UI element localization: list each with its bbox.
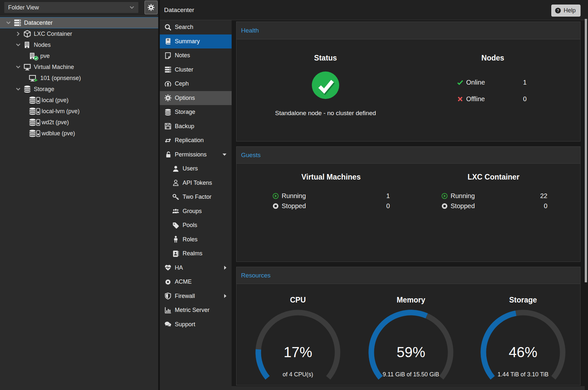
online-label: Online — [466, 79, 485, 86]
memory-title: Memory — [360, 296, 462, 304]
horizontal-scrollbar-track[interactable] — [232, 386, 585, 390]
storage-gauge-column: Storage 46% 1.44 TiB of 3.10 TiB — [472, 284, 574, 385]
menu-item-pools[interactable]: Pools — [160, 218, 232, 233]
menu-item-label: Pools — [183, 222, 197, 229]
view-mode-select[interactable]: Folder View — [4, 2, 139, 13]
play-circle-icon — [441, 193, 448, 199]
menu-item-permissions[interactable]: Permissions — [160, 148, 232, 162]
menu-item-ha[interactable]: HA — [160, 261, 232, 275]
tree-item-nodes[interactable]: Nodes — [0, 39, 158, 50]
menu-item-support[interactable]: Support — [160, 317, 232, 332]
tree-item-lxc-container[interactable]: LXC Container — [0, 28, 158, 39]
menu-item-storage[interactable]: Storage — [160, 105, 232, 119]
chevron-down-icon[interactable] — [6, 20, 11, 25]
proxmox-app: Folder View Datacenter LXC Container N — [0, 0, 588, 390]
guests-panel-title: Guests — [236, 147, 580, 164]
stopped-label: Stopped — [282, 202, 306, 210]
running-play-icon — [34, 78, 38, 82]
menu-item-api-tokens[interactable]: API Tokens — [160, 176, 232, 190]
cpu-percent: 17% — [249, 343, 347, 361]
unlock-icon — [164, 151, 172, 158]
menu-item-roles[interactable]: Roles — [160, 233, 232, 247]
menu-item-two-factor[interactable]: Two Factor — [160, 190, 232, 204]
user-icon — [172, 165, 179, 172]
tree-item-storage-local-lvm[interactable]: local-lvm (pve) — [0, 106, 158, 117]
memory-gauge-column: Memory 59% 9.11 GiB of 15.50 GiB — [360, 284, 462, 385]
key-icon — [172, 194, 179, 201]
menu-item-users[interactable]: Users — [160, 162, 232, 176]
chart-bar-icon — [164, 307, 172, 314]
running-label: Running — [282, 192, 306, 200]
lxc-stopped-count: 0 — [544, 202, 547, 210]
cpu-gauge-column: CPU 17% of 4 CPU(s) — [247, 284, 349, 385]
chevron-right-icon[interactable] — [16, 31, 21, 36]
tree-item-vm-101[interactable]: 101 (opnsense) — [0, 73, 158, 84]
menu-item-firewall[interactable]: Firewall — [160, 289, 232, 303]
menu-item-label: Summary — [175, 38, 200, 45]
tree-item-storage[interactable]: Storage — [0, 84, 158, 95]
tree-item-label: wd2t (pve) — [42, 119, 69, 126]
check-circle-icon — [312, 71, 339, 99]
vertical-scrollbar-thumb[interactable] — [585, 19, 587, 282]
vm-column-title: Virtual Machines — [282, 173, 380, 181]
content-header: Datacenter Help — [160, 0, 588, 20]
heartbeat-icon — [164, 264, 172, 271]
page-title: Datacenter — [164, 0, 194, 20]
help-button[interactable]: Help — [551, 5, 581, 17]
replication-icon — [164, 137, 172, 144]
menu-item-acme[interactable]: ACME — [160, 275, 232, 289]
menu-item-replication[interactable]: Replication — [160, 133, 232, 148]
menu-item-ceph[interactable]: Ceph — [160, 77, 232, 91]
menu-item-label: Roles — [183, 236, 198, 243]
health-panel: Health Status Standalone node - no clust… — [236, 21, 581, 141]
menu-item-notes[interactable]: Notes — [160, 48, 232, 63]
question-circle-icon — [555, 7, 561, 14]
database-icon — [29, 129, 36, 137]
tree-settings-button[interactable] — [145, 1, 158, 14]
storage-caption: 1.44 TiB of 3.10 TiB — [474, 371, 572, 378]
tree-item-storage-local[interactable]: local (pve) — [0, 95, 158, 106]
tree-item-storage-wd2t[interactable]: wd2t (pve) — [0, 117, 158, 128]
summary-viewport: Health Status Standalone node - no clust… — [232, 20, 585, 390]
chevron-down-icon[interactable] — [16, 42, 21, 47]
cluster-icon — [164, 66, 172, 73]
comments-icon — [164, 321, 172, 328]
menu-item-label: HA — [175, 264, 183, 271]
tree-item-label: Virtual Machine — [34, 64, 74, 71]
gear-icon — [164, 94, 172, 101]
chevron-down-icon — [129, 5, 134, 10]
datacenter-icon — [14, 19, 21, 27]
cross-icon — [457, 96, 463, 102]
health-panel-body: Status Standalone node - no cluster defi… — [236, 39, 580, 141]
tree-item-virtual-machine[interactable]: Virtual Machine — [0, 61, 158, 73]
online-check-icon — [34, 56, 38, 61]
menu-item-realms[interactable]: Realms — [160, 247, 232, 261]
menu-item-backup[interactable]: Backup — [160, 119, 232, 134]
menu-item-search[interactable]: Search — [160, 20, 232, 34]
shield-icon — [164, 292, 172, 300]
menu-item-label: Support — [175, 321, 195, 328]
health-panel-title: Health — [236, 22, 580, 39]
resources-panel-body: CPU 17% of 4 CPU(s) Memory — [236, 284, 580, 385]
menu-item-label: Replication — [175, 137, 204, 144]
chevron-down-icon[interactable] — [16, 64, 21, 70]
menu-item-cluster[interactable]: Cluster — [160, 63, 232, 77]
gear-icon — [147, 4, 155, 11]
memory-percent: 59% — [362, 343, 460, 361]
menu-item-label: Search — [175, 24, 193, 31]
guests-panel: Guests Virtual Machines LXC Container Ru… — [236, 146, 581, 262]
menu-item-summary[interactable]: Summary — [160, 34, 232, 49]
menu-item-label: ACME — [175, 278, 192, 285]
section-menu: Search Summary Notes Cluster Ceph Option… — [160, 20, 232, 390]
menu-item-groups[interactable]: Groups — [160, 204, 232, 219]
tree-item-label: pve — [40, 53, 50, 60]
tree-item-storage-wdblue[interactable]: wdblue (pve) — [0, 128, 158, 139]
chevron-down-icon[interactable] — [16, 87, 21, 92]
tree-item-pve[interactable]: pve — [0, 50, 158, 61]
vm-running-count: 1 — [386, 192, 390, 200]
tree-item-datacenter[interactable]: Datacenter — [0, 17, 158, 28]
menu-item-options[interactable]: Options — [160, 91, 232, 105]
menu-item-metric-server[interactable]: Metric Server — [160, 303, 232, 317]
storage-percent: 46% — [474, 343, 572, 361]
guests-panel-body: Virtual Machines LXC Container Running 1… — [236, 164, 580, 262]
